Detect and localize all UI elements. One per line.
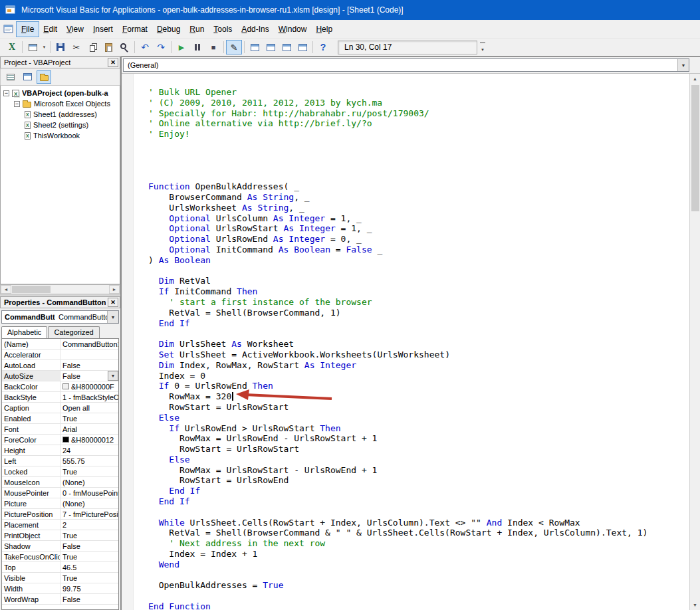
find-button[interactable] — [116, 40, 132, 54]
menu-item-run[interactable]: Run — [185, 22, 209, 37]
property-row-mousepointer[interactable]: MousePointer0 - fmMousePointerDefault — [2, 488, 118, 498]
tree-item-sheet1-addresses[interactable]: Sheet1 (addresses) — [3, 109, 120, 120]
menu-item-format[interactable]: Format — [118, 22, 152, 37]
properties-close-button[interactable] — [108, 298, 118, 307]
property-row-backcolor[interactable]: BackColor&H8000000F — [2, 381, 118, 392]
code-window-icon[interactable] — [3, 25, 14, 34]
collapse-icon[interactable] — [3, 90, 9, 96]
property-value[interactable]: True — [60, 413, 118, 423]
help-button[interactable] — [315, 40, 331, 54]
property-value[interactable]: False — [60, 371, 118, 381]
property-value[interactable]: 24 — [60, 445, 118, 455]
property-row-pictureposition[interactable]: PicturePosition7 - fmPicturePositionAbov… — [2, 509, 118, 520]
copy-button[interactable] — [84, 40, 100, 54]
scroll-down-icon[interactable] — [690, 600, 700, 610]
property-value[interactable]: (None) — [60, 477, 118, 487]
tree-item-vbaproject[interactable]: VBAProject (open-bulk-a — [3, 88, 120, 98]
property-value[interactable]: 555.75 — [60, 456, 118, 466]
property-value[interactable]: &H80000012 — [60, 435, 118, 445]
property-value[interactable]: False — [60, 594, 118, 604]
tree-item-thisworkbook[interactable]: ThisWorkbook — [3, 130, 120, 141]
view-microsoft-excel-button[interactable] — [4, 40, 20, 54]
code-editor[interactable]: ' Bulk URL Opener' (C) 2009, 2010, 2011,… — [122, 74, 689, 610]
property-row-caption[interactable]: CaptionOpen all — [2, 403, 118, 413]
chevron-down-icon[interactable] — [677, 59, 689, 71]
property-row-width[interactable]: Width99.75 — [2, 583, 118, 594]
toggle-folders-button[interactable] — [37, 70, 51, 84]
property-value[interactable]: False — [60, 360, 118, 370]
menu-item-tools[interactable]: Tools — [209, 22, 237, 37]
menu-item-window[interactable]: Window — [274, 22, 312, 37]
property-value[interactable]: 99.75 — [60, 583, 118, 593]
toolbox-button[interactable] — [294, 40, 310, 54]
property-value[interactable]: CommandButton1 — [60, 339, 118, 349]
tree-item-microsoft-excel-objects[interactable]: Microsoft Excel Objects — [3, 98, 120, 109]
property-row-autoload[interactable]: AutoLoadFalse — [2, 360, 118, 371]
property-value[interactable]: True — [60, 552, 118, 561]
project-close-button[interactable] — [108, 58, 118, 67]
menu-item-help[interactable]: Help — [311, 22, 337, 37]
property-value[interactable]: &H8000000F — [60, 381, 118, 391]
cut-button[interactable] — [68, 40, 84, 54]
property-row-name[interactable]: (Name)CommandButton1 — [2, 339, 118, 350]
menu-item-edit[interactable]: Edit — [39, 22, 62, 37]
tab-alphabetic[interactable]: Alphabetic — [1, 326, 47, 338]
property-row-accelerator[interactable]: Accelerator — [2, 350, 118, 360]
scrollbar-track[interactable] — [51, 285, 109, 294]
property-row-shadow[interactable]: ShadowFalse — [2, 541, 118, 552]
property-row-forecolor[interactable]: ForeColor&H80000012 — [2, 435, 118, 445]
view-object-button[interactable] — [20, 70, 35, 84]
menu-item-file[interactable]: File — [17, 22, 39, 37]
property-row-left[interactable]: Left555.75 — [2, 456, 118, 466]
object-browser-button[interactable] — [279, 40, 294, 54]
properties-window-button[interactable] — [263, 40, 279, 54]
run-button[interactable] — [174, 40, 189, 54]
insert-userform-dropdown[interactable] — [41, 40, 48, 54]
undo-button[interactable] — [137, 40, 153, 54]
property-row-font[interactable]: FontArial — [2, 424, 118, 435]
menu-item-debug[interactable]: Debug — [152, 22, 185, 37]
property-row-visible[interactable]: VisibleTrue — [2, 573, 118, 583]
property-value[interactable]: True — [60, 530, 118, 540]
property-value[interactable]: 2 — [60, 520, 118, 530]
property-row-locked[interactable]: LockedTrue — [2, 466, 118, 477]
property-value[interactable]: Arial — [60, 424, 118, 434]
design-mode-button[interactable] — [226, 40, 242, 54]
property-value[interactable]: 7 - fmPicturePositionAboveCenter — [60, 509, 118, 519]
property-value[interactable]: 1 - fmBackStyleOpaque — [60, 392, 118, 402]
break-button[interactable] — [189, 40, 205, 54]
paste-button[interactable] — [100, 40, 116, 54]
view-code-button[interactable] — [3, 70, 18, 84]
save-button[interactable] — [53, 40, 68, 54]
scroll-left-icon[interactable] — [1, 285, 11, 294]
property-value[interactable]: 0 - fmMousePointerDefault — [60, 488, 118, 498]
tree-item-sheet2-settings[interactable]: Sheet2 (settings) — [3, 120, 120, 130]
property-value[interactable]: False — [60, 541, 118, 551]
property-row-enabled[interactable]: EnabledTrue — [2, 413, 118, 424]
property-row-placement[interactable]: Placement2 — [2, 520, 118, 530]
reset-button[interactable] — [205, 40, 221, 54]
scrollbar-thumb[interactable] — [691, 85, 699, 211]
code-vertical-scrollbar[interactable] — [689, 74, 700, 610]
property-value[interactable]: True — [60, 573, 118, 583]
project-horizontal-scrollbar[interactable] — [0, 284, 120, 294]
dropdown-arrow-icon[interactable] — [108, 371, 118, 381]
object-dropdown[interactable]: (General) — [123, 58, 689, 72]
property-row-backstyle[interactable]: BackStyle1 - fmBackStyleOpaque — [2, 392, 118, 403]
property-row-mouseicon[interactable]: MouseIcon(None) — [2, 477, 118, 488]
project-explorer-button[interactable] — [247, 40, 263, 54]
menu-item-view[interactable]: View — [62, 22, 88, 37]
menu-item-add-ins[interactable]: Add-Ins — [237, 22, 273, 37]
property-value[interactable] — [60, 350, 118, 359]
property-value[interactable]: (None) — [60, 498, 118, 508]
property-value[interactable]: Open all — [60, 403, 118, 413]
property-row-picture[interactable]: Picture(None) — [2, 498, 118, 509]
property-value[interactable]: 46.5 — [60, 562, 118, 572]
property-row-wordwrap[interactable]: WordWrapFalse — [2, 594, 118, 605]
property-value[interactable]: True — [60, 466, 118, 476]
toolbar-options-chevron[interactable] — [478, 40, 487, 54]
menu-item-insert[interactable]: Insert — [88, 22, 118, 37]
property-row-autosize[interactable]: AutoSizeFalse — [2, 371, 118, 381]
property-row-height[interactable]: Height24 — [2, 445, 118, 456]
scrollbar-thumb[interactable] — [12, 286, 51, 293]
